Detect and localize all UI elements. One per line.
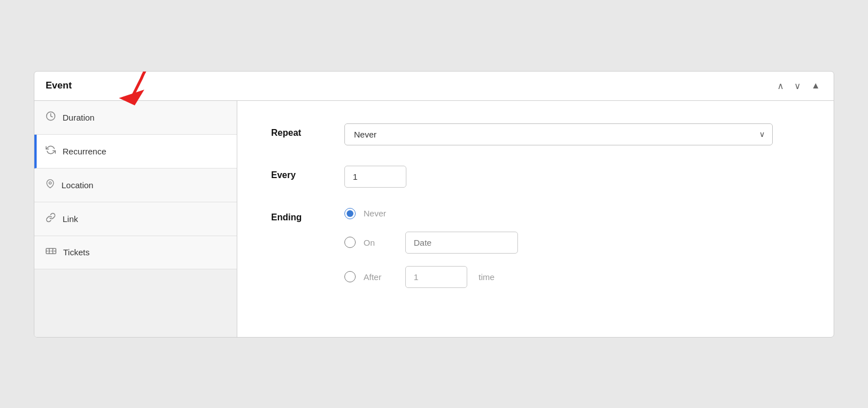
- sidebar-item-duration[interactable]: Duration: [34, 101, 237, 135]
- sidebar-item-duration-label: Duration: [63, 113, 95, 122]
- every-input[interactable]: [344, 166, 406, 188]
- location-icon: [46, 179, 55, 192]
- event-panel: Event ∧ ∨ ▲ Duration: [34, 71, 834, 338]
- sidebar-item-tickets-label: Tickets: [63, 247, 90, 257]
- link-icon: [46, 212, 56, 225]
- repeat-control: Never Daily Weekly Monthly Yearly ∨: [344, 123, 800, 145]
- tickets-icon: [46, 246, 56, 259]
- ending-control: Never On After tim: [344, 208, 800, 288]
- sidebar: Duration Recurrence: [34, 101, 237, 337]
- sidebar-item-recurrence[interactable]: Recurrence: [34, 135, 237, 168]
- ending-never-radio[interactable]: [344, 208, 356, 219]
- expand-button[interactable]: ▲: [809, 79, 822, 92]
- ending-on-label: On: [364, 238, 397, 247]
- sidebar-list: Duration Recurrence: [34, 101, 237, 337]
- ending-after-row: After time: [344, 266, 800, 288]
- ending-never-label: Never: [364, 209, 397, 218]
- header-controls: ∧ ∨ ▲: [775, 79, 822, 92]
- ending-after-radio[interactable]: [344, 271, 356, 282]
- ending-row: Ending Never On: [271, 208, 800, 288]
- repeat-select[interactable]: Never Daily Weekly Monthly Yearly: [344, 123, 773, 145]
- panel-header: Event ∧ ∨ ▲: [34, 72, 834, 101]
- recurrence-icon: [46, 145, 56, 158]
- sidebar-item-tickets[interactable]: Tickets: [34, 236, 237, 269]
- ending-after-input[interactable]: [405, 266, 467, 288]
- ending-never-row: Never: [344, 208, 800, 219]
- repeat-row: Repeat Never Daily Weekly Monthly Yearly…: [271, 123, 800, 145]
- collapse-down-button[interactable]: ∨: [792, 79, 803, 92]
- ending-on-radio[interactable]: [344, 237, 356, 248]
- ending-label: Ending: [271, 208, 344, 223]
- ending-after-suffix: time: [479, 272, 494, 282]
- ending-after-label: After: [364, 272, 397, 282]
- every-label: Every: [271, 166, 344, 180]
- panel-body: Duration Recurrence: [34, 101, 834, 337]
- clock-icon: [46, 111, 56, 124]
- main-content: Repeat Never Daily Weekly Monthly Yearly…: [237, 101, 834, 337]
- every-control: [344, 166, 800, 188]
- sidebar-item-link-label: Link: [63, 214, 78, 224]
- repeat-select-wrapper: Never Daily Weekly Monthly Yearly ∨: [344, 123, 773, 145]
- svg-point-1: [49, 181, 51, 184]
- every-row: Every: [271, 166, 800, 188]
- collapse-up-button[interactable]: ∧: [775, 79, 786, 92]
- panel-title: Event: [46, 80, 72, 91]
- ending-on-row: On: [344, 232, 800, 254]
- ending-on-date-input[interactable]: [405, 232, 518, 254]
- sidebar-empty: [34, 269, 237, 337]
- ending-radio-group: Never On After tim: [344, 208, 800, 288]
- sidebar-item-location-label: Location: [61, 180, 94, 190]
- sidebar-item-recurrence-label: Recurrence: [63, 147, 107, 156]
- sidebar-item-location[interactable]: Location: [34, 168, 237, 202]
- repeat-label: Repeat: [271, 123, 344, 138]
- sidebar-item-link[interactable]: Link: [34, 202, 237, 236]
